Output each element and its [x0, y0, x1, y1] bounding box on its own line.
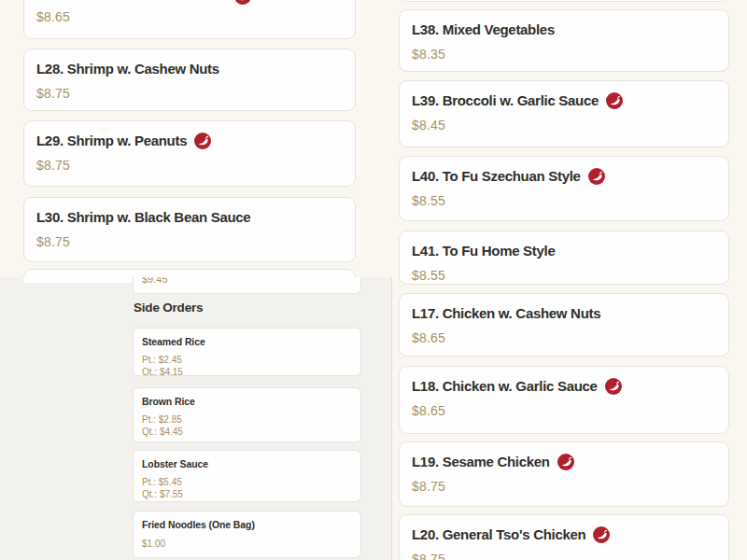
menu-item-card-l19[interactable]: L19. Sesame Chicken $8.75 [399, 441, 729, 507]
chili-pepper-icon [606, 92, 623, 109]
item-price: $8.75 [36, 87, 343, 101]
lunch-menu-column-left: $8.65 L28. Shrimp w. Cashew Nuts $8.75 L… [0, 0, 392, 277]
lunch-menu-column-right: L38. Mixed Vegetables $8.35 L39. Broccol… [392, 0, 747, 560]
item-price: $8.65 [412, 404, 716, 418]
menu-item-card-clipped-top [399, 0, 729, 2]
side-order-card-clipped[interactable]: $9.45 [133, 277, 361, 294]
side-orders-heading: Side Orders [134, 301, 203, 314]
menu-page: $8.65 L28. Shrimp w. Cashew Nuts $8.75 L… [0, 0, 747, 560]
item-price-pint: Pt.: $2.85 [142, 413, 352, 426]
item-price: $8.75 [412, 553, 716, 560]
item-price-quart: Qt.: $7.55 [142, 488, 352, 500]
menu-item-card-l18[interactable]: L18. Chicken w. Garlic Sauce $8.65 [399, 366, 729, 434]
item-title: L30. Shrimp w. Black Bean Sauce [36, 208, 250, 227]
side-order-card-brown-rice[interactable]: Brown Rice Pt.: $2.85 Qt.: $4.45 [133, 387, 361, 442]
menu-item-card-l39[interactable]: L39. Broccoli w. Garlic Sauce $8.45 [399, 80, 729, 147]
item-price: $8.75 [412, 480, 716, 494]
menu-item-card-l17[interactable]: L17. Chicken w. Cashew Nuts $8.65 [399, 293, 729, 357]
item-title: Steamed Rice [142, 336, 352, 347]
menu-item-card-l41[interactable]: L41. To Fu Home Style $8.55 [399, 231, 729, 285]
item-title: Brown Rice [142, 396, 352, 407]
item-title: L17. Chicken w. Cashew Nuts [412, 304, 600, 323]
menu-item-card-clipped-top[interactable]: $8.65 [23, 0, 356, 39]
item-price: $8.55 [412, 269, 716, 283]
chili-pepper-icon [605, 378, 622, 395]
item-price: $8.65 [412, 331, 716, 345]
menu-item-card-l20[interactable]: L20. General Tso's Chicken $8.75 [399, 514, 729, 560]
item-price: $1.00 [142, 538, 352, 550]
item-price: $8.35 [412, 48, 716, 62]
chili-pepper-icon [194, 133, 211, 149]
item-price-quart: Qt.: $4.45 [142, 426, 352, 438]
side-order-card-lobster-sauce[interactable]: Lobster Sauce Pt.: $5.45 Qt.: $7.55 [133, 450, 361, 502]
menu-item-card-l38[interactable]: L38. Mixed Vegetables $8.35 [399, 9, 729, 72]
item-title: Fried Noodles (One Bag) [142, 519, 352, 530]
chili-pepper-icon [588, 168, 605, 185]
item-price-pint: Pt.: $5.45 [142, 476, 352, 488]
side-order-card-fried-noodles[interactable]: Fried Noodles (One Bag) $1.00 [133, 511, 361, 558]
side-orders-panel: $9.45 Side Orders Steamed Rice Pt.: $2.4… [0, 277, 392, 560]
menu-item-card-l30[interactable]: L30. Shrimp w. Black Bean Sauce $8.75 [23, 197, 356, 262]
chili-pepper-icon [234, 0, 251, 5]
side-order-card-steamed-rice[interactable]: Steamed Rice Pt.: $2.45 Qt.: $4.15 [133, 328, 361, 376]
item-price: $8.45 [412, 119, 716, 133]
item-title: L29. Shrimp w. Peanuts [36, 132, 187, 150]
item-price-quart: Qt.: $4.15 [142, 366, 352, 376]
item-title: L41. To Fu Home Style [412, 242, 555, 260]
item-title: L40. To Fu Szechuan Style [412, 167, 581, 186]
item-title: L20. General Tso's Chicken [412, 525, 585, 544]
chili-pepper-icon [593, 526, 610, 543]
item-title: L38. Mixed Vegetables [412, 21, 555, 39]
item-price: $9.45 [142, 277, 168, 286]
item-price-pint: Pt.: $2.45 [142, 354, 352, 366]
menu-item-card-l29[interactable]: L29. Shrimp w. Peanuts $8.75 [23, 120, 356, 187]
item-price: $8.75 [36, 235, 343, 249]
item-title: L18. Chicken w. Garlic Sauce [412, 377, 598, 396]
chili-pepper-icon [557, 454, 574, 470]
item-title: L39. Broccoli w. Garlic Sauce [412, 91, 599, 110]
item-price: $8.55 [412, 194, 716, 208]
item-title: L28. Shrimp w. Cashew Nuts [36, 60, 219, 78]
item-title: L19. Sesame Chicken [412, 453, 550, 471]
menu-item-card-l40[interactable]: L40. To Fu Szechuan Style $8.55 [399, 156, 729, 221]
menu-item-card-l28[interactable]: L28. Shrimp w. Cashew Nuts $8.75 [23, 49, 356, 111]
menu-item-card-clipped-bottom [23, 269, 356, 277]
item-price: $8.65 [36, 10, 70, 24]
item-title: Lobster Sauce [142, 458, 352, 469]
item-price: $8.75 [36, 159, 343, 173]
